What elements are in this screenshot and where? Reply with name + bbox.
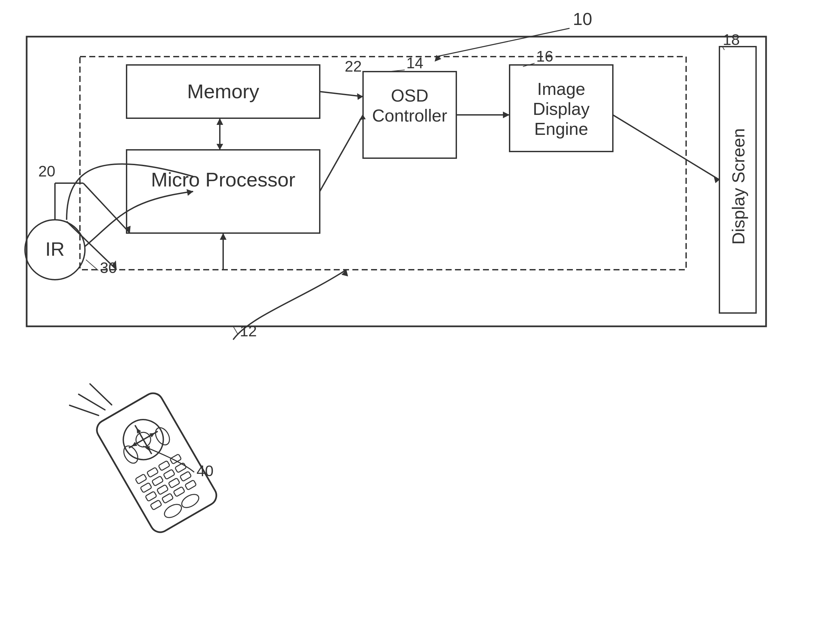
ref-10: 10 [573, 9, 592, 29]
svg-rect-52 [140, 482, 152, 493]
svg-point-64 [162, 502, 183, 520]
svg-line-68 [90, 380, 112, 409]
svg-rect-11 [127, 150, 320, 233]
ide-label-1: Image [537, 79, 585, 99]
ide-label-3: Engine [534, 119, 588, 138]
svg-marker-36 [220, 233, 227, 240]
ref-16: 16 [536, 48, 553, 65]
svg-marker-13 [217, 118, 223, 125]
osd-label-1: OSD [391, 86, 429, 105]
memory-label: Memory [187, 80, 259, 103]
svg-rect-58 [168, 478, 180, 488]
svg-line-24 [86, 260, 98, 270]
osd-label-2: Controller [372, 106, 447, 125]
ide-label-2: Display [533, 99, 590, 119]
svg-marker-14 [217, 144, 223, 150]
svg-line-21 [613, 115, 719, 180]
ir-label: IR [45, 238, 64, 260]
svg-line-66 [70, 395, 98, 426]
ref-22: 22 [345, 58, 362, 75]
svg-rect-55 [175, 463, 187, 473]
display-screen-label: Display Screen [729, 128, 748, 245]
svg-rect-61 [162, 493, 174, 503]
ref-20: 20 [38, 162, 55, 180]
mp-label-1: Micro Processor [151, 169, 295, 191]
ref-40: 40 [196, 462, 214, 480]
svg-line-30 [83, 183, 130, 233]
svg-rect-60 [150, 500, 162, 510]
ref-18: 18 [723, 31, 740, 48]
svg-line-33 [67, 222, 117, 270]
svg-marker-18 [357, 93, 363, 100]
ref-14: 14 [406, 54, 423, 72]
svg-point-65 [180, 492, 201, 511]
svg-rect-1 [80, 56, 686, 270]
svg-marker-20 [503, 112, 510, 118]
svg-line-17 [320, 92, 363, 96]
svg-rect-0 [27, 37, 766, 326]
svg-line-26 [233, 326, 238, 335]
diagram-container: 10 Memory OSD Controller 22 14 Image Dis… [0, 0, 833, 644]
svg-rect-63 [185, 480, 196, 490]
svg-rect-53 [152, 476, 164, 486]
svg-rect-50 [158, 461, 170, 471]
svg-rect-56 [145, 491, 157, 501]
svg-rect-62 [173, 487, 185, 497]
svg-rect-57 [157, 485, 169, 495]
svg-line-15 [320, 115, 363, 191]
svg-rect-49 [147, 467, 159, 477]
svg-rect-59 [180, 471, 191, 482]
svg-rect-54 [163, 469, 175, 480]
svg-rect-48 [135, 474, 147, 484]
